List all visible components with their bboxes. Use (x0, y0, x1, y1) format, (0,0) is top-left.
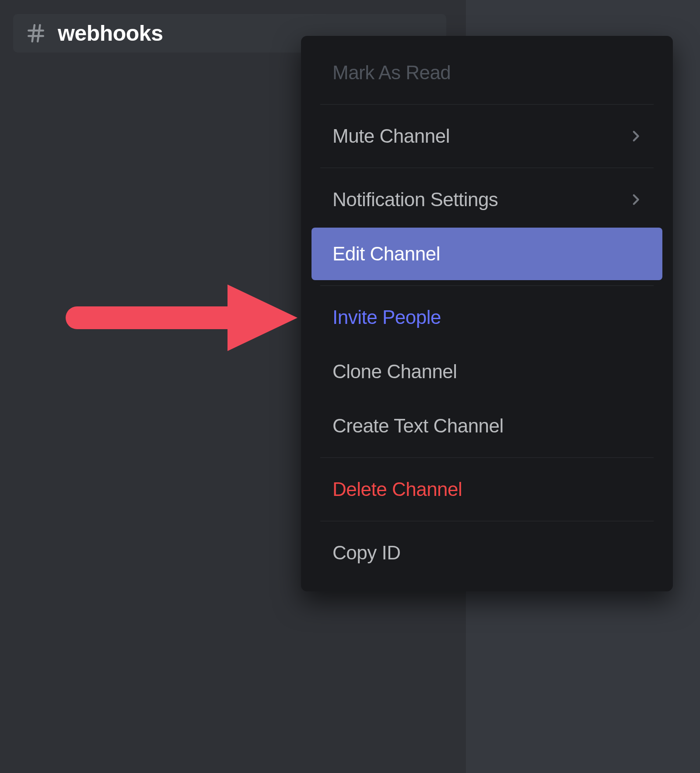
menu-item-invite-people[interactable]: Invite People (312, 291, 662, 344)
menu-label: Notification Settings (332, 189, 498, 211)
menu-separator (320, 285, 654, 286)
menu-item-mark-as-read: Mark As Read (312, 46, 662, 99)
menu-item-mute-channel[interactable]: Mute Channel (312, 110, 662, 162)
menu-label: Edit Channel (332, 243, 440, 265)
menu-item-delete-channel[interactable]: Delete Channel (312, 463, 662, 516)
chevron-right-icon (628, 129, 643, 144)
menu-label: Copy ID (332, 542, 400, 564)
menu-item-clone-channel[interactable]: Clone Channel (312, 345, 662, 398)
menu-separator (320, 457, 654, 458)
menu-label: Clone Channel (332, 361, 457, 383)
channel-context-menu: Mark As Read Mute Channel Notification S… (301, 36, 673, 591)
menu-label: Invite People (332, 306, 441, 328)
menu-item-notification-settings[interactable]: Notification Settings (312, 173, 662, 226)
chevron-right-icon (628, 192, 643, 207)
menu-label: Delete Channel (332, 478, 462, 500)
menu-separator (320, 104, 654, 105)
svg-line-3 (38, 25, 40, 42)
menu-separator (320, 168, 654, 168)
menu-item-edit-channel[interactable]: Edit Channel (312, 228, 662, 280)
hash-icon (24, 21, 48, 46)
menu-item-copy-id[interactable]: Copy ID (312, 527, 662, 579)
menu-separator (320, 521, 654, 521)
menu-label: Mute Channel (332, 125, 450, 147)
svg-line-2 (32, 25, 35, 42)
menu-label: Create Text Channel (332, 415, 504, 437)
menu-label: Mark As Read (332, 62, 451, 84)
menu-item-create-text-channel[interactable]: Create Text Channel (312, 400, 662, 452)
channel-name-label: webhooks (58, 21, 163, 46)
